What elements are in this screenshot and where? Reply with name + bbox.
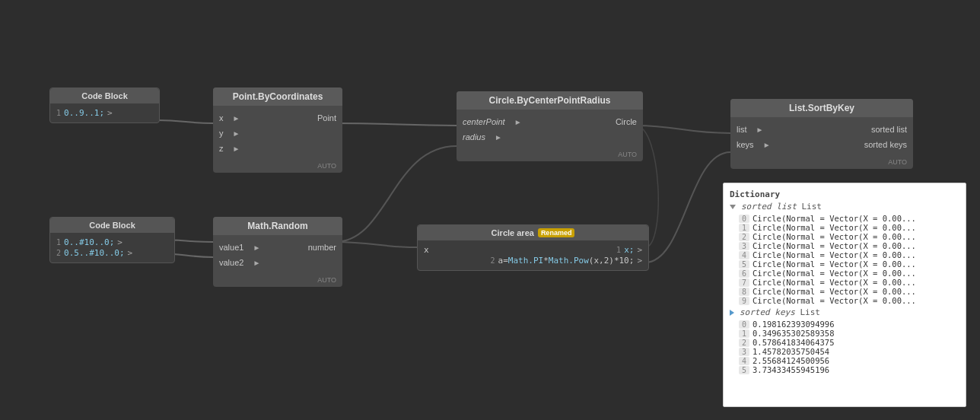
sorted-keys-item-4: 4 2.55684124500956 bbox=[730, 356, 959, 365]
circle-area-body: x 1 x; > 2 a= Math.PI * Math.Pow (x,2)*1… bbox=[418, 240, 648, 270]
port-list-label: list bbox=[730, 125, 752, 134]
list-sort-by-key-header: List.SortByKey bbox=[730, 99, 913, 117]
sorted-list-label: sorted list List bbox=[738, 202, 822, 212]
sorted-list-item-1: 1 Circle(Normal = Vector(X = 0.00... bbox=[730, 223, 959, 232]
sorted-list-item-8: 8 Circle(Normal = Vector(X = 0.00... bbox=[730, 287, 959, 296]
point-by-coordinates-body: x ► Point y ► z ► bbox=[213, 106, 342, 161]
code-block-1-node: Code Block 1 0..9..1; > bbox=[49, 88, 160, 123]
port-point-label: Point bbox=[311, 113, 342, 123]
sorted-keys-label: sorted keys List bbox=[737, 307, 820, 317]
circle-area-header: Circle area Renamed bbox=[418, 225, 648, 240]
circle-by-center-point-radius-node: Circle.ByCenterPointRadius centerPoint ►… bbox=[457, 91, 643, 161]
circle-area-node: Circle area Renamed x 1 x; > 2 a= Math.P… bbox=[417, 224, 649, 271]
port-keys-label: keys bbox=[730, 140, 760, 149]
sorted-list-item-2: 2 Circle(Normal = Vector(X = 0.00... bbox=[730, 232, 959, 241]
code-block-2-body: 1 0..#10..0; > 2 0.5..#10..0; > bbox=[50, 233, 174, 262]
circle-by-center-point-radius-footer: AUTO bbox=[457, 149, 643, 161]
math-random-header: Math.Random bbox=[213, 217, 342, 235]
code-block-2-header: Code Block bbox=[50, 218, 174, 233]
list-sort-by-key-body: list ► sorted list keys ► sorted keys bbox=[730, 117, 913, 157]
port-sorted-keys-label: sorted keys bbox=[858, 140, 913, 149]
sorted-keys-item-5: 5 3.73433455945196 bbox=[730, 365, 959, 374]
code-block-1-header: Code Block bbox=[50, 88, 159, 103]
port-circle-label: Circle bbox=[609, 117, 643, 126]
list-sort-by-key-footer: AUTO bbox=[730, 157, 913, 169]
output-panel-title: Dictionary bbox=[730, 189, 959, 199]
code-line-arrow: > bbox=[107, 108, 113, 118]
point-by-coordinates-node: Point.ByCoordinates x ► Point y ► z ► AU… bbox=[213, 88, 342, 173]
sorted-list-section: sorted list List 0 Circle(Normal = Vecto… bbox=[730, 202, 959, 305]
math-random-footer: AUTO bbox=[213, 275, 342, 287]
sorted-keys-item-2: 2 0.578641834064375 bbox=[730, 338, 959, 347]
sorted-keys-item-0: 0 0.198162393094996 bbox=[730, 320, 959, 329]
output-panel: Dictionary sorted list List 0 Circle(Nor… bbox=[723, 183, 966, 407]
sorted-keys-section: sorted keys List 0 0.198162393094996 1 0… bbox=[730, 307, 959, 374]
sorted-keys-item-1: 1 0.349635302589358 bbox=[730, 329, 959, 338]
point-by-coordinates-footer: AUTO bbox=[213, 161, 342, 173]
port-number-label: number bbox=[302, 243, 342, 252]
port-sorted-list-label: sorted list bbox=[865, 125, 913, 134]
circle-by-center-point-radius-header: Circle.ByCenterPointRadius bbox=[457, 91, 643, 110]
port-radius-label: radius bbox=[457, 132, 492, 142]
sorted-keys-expand-icon bbox=[730, 310, 734, 316]
math-random-node: Math.Random value1 ► number value2 ► AUT… bbox=[213, 217, 342, 287]
code-line-text: 0..9..1; bbox=[64, 108, 104, 118]
sorted-list-item-6: 6 Circle(Normal = Vector(X = 0.00... bbox=[730, 269, 959, 278]
port-centerpoint-label: centerPoint bbox=[457, 117, 511, 126]
port-y-label: y bbox=[213, 129, 230, 138]
port-z-label: z bbox=[213, 144, 230, 153]
circle-area-title: Circle area bbox=[492, 228, 534, 237]
sorted-list-item-0: 0 Circle(Normal = Vector(X = 0.00... bbox=[730, 214, 959, 223]
sorted-list-item-9: 9 Circle(Normal = Vector(X = 0.00... bbox=[730, 296, 959, 305]
sorted-list-item-5: 5 Circle(Normal = Vector(X = 0.00... bbox=[730, 259, 959, 269]
sorted-list-item-7: 7 Circle(Normal = Vector(X = 0.00... bbox=[730, 278, 959, 287]
circle-by-center-point-radius-body: centerPoint ► Circle radius ► bbox=[457, 110, 643, 149]
canvas: Code Block 1 0..9..1; > Code Block 1 0..… bbox=[0, 0, 980, 420]
math-random-body: value1 ► number value2 ► bbox=[213, 235, 342, 275]
list-sort-by-key-node: List.SortByKey list ► sorted list keys ►… bbox=[730, 99, 913, 169]
renamed-badge: Renamed bbox=[538, 228, 575, 237]
code-line-num: 1 bbox=[56, 109, 61, 117]
sorted-list-item-3: 3 Circle(Normal = Vector(X = 0.00... bbox=[730, 241, 959, 250]
point-by-coordinates-header: Point.ByCoordinates bbox=[213, 88, 342, 106]
code-block-2-node: Code Block 1 0..#10..0; > 2 0.5..#10..0;… bbox=[49, 217, 175, 263]
port-x-label: x bbox=[213, 113, 230, 123]
sorted-list-item-4: 4 Circle(Normal = Vector(X = 0.00... bbox=[730, 250, 959, 259]
sorted-keys-item-3: 3 1.45782035750454 bbox=[730, 347, 959, 356]
port-value1-label: value1 bbox=[213, 243, 250, 252]
sorted-list-expand-icon bbox=[730, 205, 736, 209]
code-block-1-body: 1 0..9..1; > bbox=[50, 103, 159, 123]
port-value2-label: value2 bbox=[213, 258, 250, 267]
